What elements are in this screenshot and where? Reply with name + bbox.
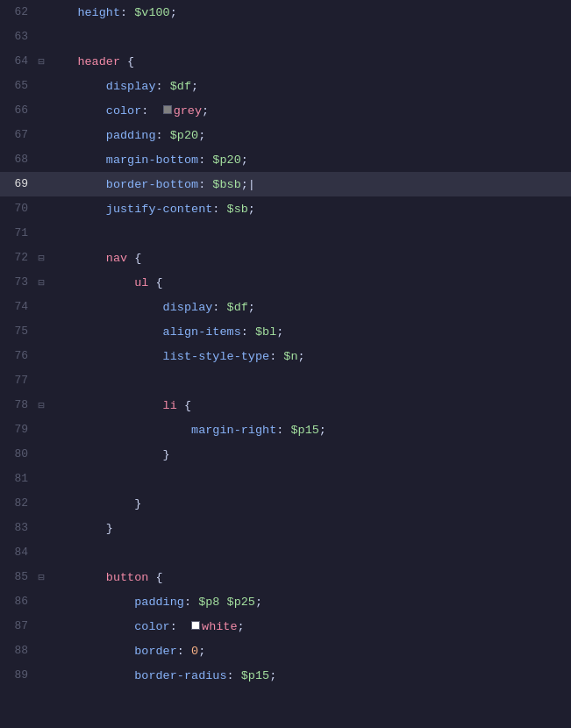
code-line: margin-bottom: $p20; xyxy=(47,147,571,172)
line-row: 75 align-items: $bl; xyxy=(0,319,571,344)
token-punc: ; xyxy=(248,203,255,216)
line-number: 69 xyxy=(0,172,35,196)
token-punc: ; xyxy=(241,153,248,167)
token-prop: color xyxy=(49,104,141,118)
line-number: 85 xyxy=(0,565,35,589)
token-prop: height xyxy=(49,6,120,19)
code-line: padding: $p8 $p25; xyxy=(47,589,571,614)
line-row: 65 display: $df; xyxy=(0,74,571,98)
line-row: 85⊟ button { xyxy=(0,565,571,589)
line-row: 70 justify-content: $sb; xyxy=(0,196,571,221)
line-number: 88 xyxy=(0,639,35,663)
line-number: 68 xyxy=(0,147,35,172)
line-row: 74 display: $df; xyxy=(0,295,571,319)
fold-indicator[interactable]: ⊟ xyxy=(35,55,47,68)
token-punc: ; xyxy=(298,350,305,363)
token-var: $sb xyxy=(227,203,248,216)
token-prop: color xyxy=(49,620,170,633)
token-punc: ; xyxy=(319,424,326,437)
token-var: $p20 xyxy=(212,153,240,167)
token-prop: justify-content xyxy=(49,203,212,216)
line-number: 84 xyxy=(0,540,35,565)
line-number: 64 xyxy=(0,49,35,74)
token-punc: : xyxy=(198,178,212,191)
code-line: border-bottom: $bsb; xyxy=(47,172,571,196)
token-prop: align-items xyxy=(49,325,241,339)
token-punc: } xyxy=(49,522,113,535)
code-line: margin-right: $p15; xyxy=(47,418,571,442)
code-line: justify-content: $sb; xyxy=(47,196,571,221)
token-selector: button xyxy=(49,571,148,584)
line-number: 89 xyxy=(0,663,35,688)
fold-indicator[interactable]: ⊟ xyxy=(35,399,47,412)
token-selector: nav xyxy=(49,252,127,265)
token-punc: : xyxy=(269,350,283,363)
line-row: 73⊟ ul { xyxy=(0,270,571,295)
code-line: padding: $p20; xyxy=(47,123,571,147)
token-punc: ; xyxy=(198,129,205,142)
code-line: list-style-type: $n; xyxy=(47,344,571,368)
line-number: 80 xyxy=(0,442,35,467)
token-punc: ; xyxy=(238,620,245,633)
line-row: 80 } xyxy=(0,442,571,467)
code-line xyxy=(47,540,571,565)
line-row: 88 border: 0; xyxy=(0,639,571,663)
token-punc: : xyxy=(120,6,134,19)
code-line xyxy=(47,467,571,491)
token-selector: ul xyxy=(49,276,148,289)
fold-indicator[interactable]: ⊟ xyxy=(35,276,47,289)
token-prop: margin-right xyxy=(49,424,276,437)
line-number: 87 xyxy=(0,614,35,639)
fold-indicator[interactable]: ⊟ xyxy=(35,252,47,265)
token-var: $bsb xyxy=(212,178,240,191)
line-row: 76 list-style-type: $n; xyxy=(0,344,571,368)
line-number: 72 xyxy=(0,246,35,270)
code-line: ul { xyxy=(47,270,571,295)
token-punc: { xyxy=(177,399,191,412)
code-line: display: $df; xyxy=(47,295,571,319)
token-punc: ; xyxy=(248,301,255,314)
token-punc: : xyxy=(212,301,226,314)
token-prop: margin-bottom xyxy=(49,153,198,167)
token-punc: ; xyxy=(269,669,276,682)
line-row: 87 color: white; xyxy=(0,614,571,639)
token-punc: { xyxy=(148,276,162,289)
line-row: 82 } xyxy=(0,491,571,516)
code-line: color: grey; xyxy=(47,98,571,123)
token-selector: header xyxy=(49,55,120,68)
line-number: 79 xyxy=(0,418,35,442)
token-prop: list-style-type xyxy=(49,350,269,363)
fold-indicator[interactable]: ⊟ xyxy=(35,571,47,584)
code-line: color: white; xyxy=(47,614,571,639)
code-line: nav { xyxy=(47,246,571,270)
code-line: } xyxy=(47,516,571,540)
token-prop: padding xyxy=(49,129,156,142)
token-punc: { xyxy=(127,252,141,265)
code-line xyxy=(47,221,571,246)
line-number: 63 xyxy=(0,25,35,49)
line-number: 81 xyxy=(0,467,35,491)
line-row: 89 border-radius: $p15; xyxy=(0,663,571,688)
token-var: $bl xyxy=(255,325,276,339)
line-row: 71 xyxy=(0,221,571,246)
line-row: 77 xyxy=(0,368,571,393)
code-line: } xyxy=(47,491,571,516)
line-row: 79 margin-right: $p15; xyxy=(0,418,571,442)
token-punc: : xyxy=(170,620,191,633)
line-number: 82 xyxy=(0,491,35,516)
code-line xyxy=(47,25,571,49)
code-line: } xyxy=(47,442,571,467)
code-line: button { xyxy=(47,565,571,589)
token-prop: display xyxy=(49,301,212,314)
line-row: 81 xyxy=(0,467,571,491)
token-value: 0 xyxy=(191,645,198,658)
code-line: li { xyxy=(47,393,571,418)
line-number: 74 xyxy=(0,295,35,319)
token-var: $df xyxy=(227,301,248,314)
line-row: 72⊟ nav { xyxy=(0,246,571,270)
token-punc: : xyxy=(198,153,212,167)
line-row: 66 color: grey; xyxy=(0,98,571,123)
token-var: $v100 xyxy=(134,6,170,19)
token-prop: border-bottom xyxy=(49,178,198,191)
line-number: 77 xyxy=(0,368,35,393)
